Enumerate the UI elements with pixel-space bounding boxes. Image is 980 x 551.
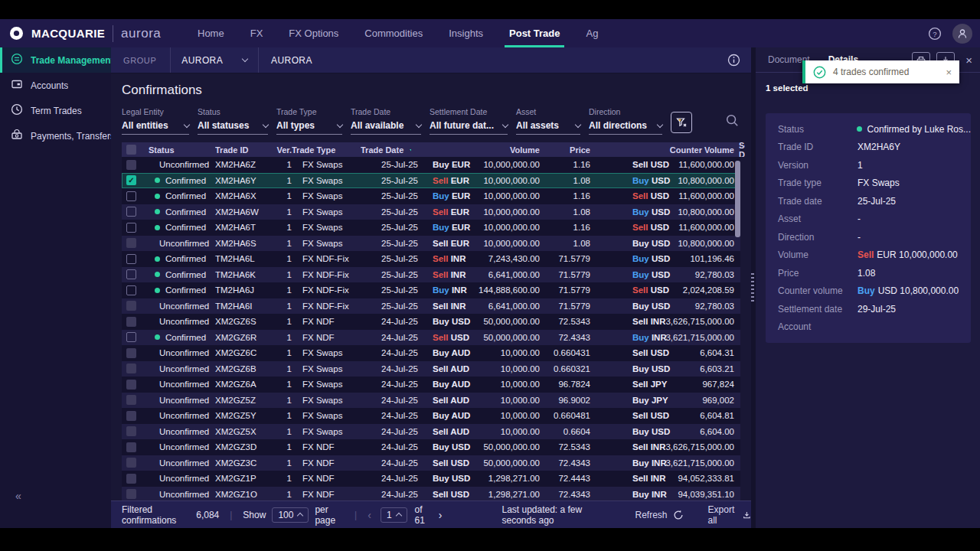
- table-row[interactable]: ConfirmedXM2HA6X1FX Swaps25-Jul-25Buy EU…: [122, 188, 740, 204]
- volume-cell: 10,000,000.00: [460, 223, 540, 232]
- nav-item-post-trade[interactable]: Post Trade: [509, 19, 560, 47]
- nav-item-home[interactable]: Home: [198, 19, 224, 47]
- counter-volume-cell: 94,039,351.10: [650, 490, 734, 499]
- row-checkbox[interactable]: [126, 269, 136, 279]
- filter-select[interactable]: All statuses: [198, 120, 268, 131]
- table-row[interactable]: UnconfirmedXM2GZ5X1FX Swaps24-Jul-25Sell…: [122, 424, 740, 440]
- table-row[interactable]: ConfirmedTM2HA6K1FX NDF-Fix25-Jul-25Sell…: [122, 267, 740, 283]
- filter-select[interactable]: All available: [351, 120, 421, 131]
- table-row[interactable]: UnconfirmedXM2GZ5Y1FX Swaps24-Jul-25Buy …: [122, 408, 740, 424]
- trade-type-cell: FX NDF-Fix: [292, 254, 361, 263]
- table-row[interactable]: UnconfirmedXM2GZ1P1FX NDF24-Jul-25Buy US…: [122, 471, 740, 487]
- filter-select[interactable]: All assets: [516, 120, 580, 131]
- table-row[interactable]: ConfirmedTM2HA6L1FX NDF-Fix25-Jul-25Sell…: [122, 251, 740, 267]
- table-row[interactable]: ConfirmedXM2HA6T1FX Swaps25-Jul-25Buy EU…: [122, 220, 740, 236]
- filter-select[interactable]: All entities: [122, 120, 189, 131]
- version-cell: 1: [276, 490, 292, 499]
- drag-handle-icon[interactable]: [750, 273, 754, 304]
- page-number-value: 1: [387, 510, 392, 520]
- row-checkbox[interactable]: [126, 207, 136, 217]
- help-icon[interactable]: ?: [928, 27, 942, 41]
- detail-label: Trade ID: [766, 142, 858, 152]
- table-row[interactable]: UnconfirmedXM2GZ5Z1FX Swaps24-Jul-25Sell…: [122, 393, 740, 409]
- select-all-checkbox[interactable]: [122, 145, 143, 155]
- panel-close-icon[interactable]: ×: [965, 54, 972, 67]
- price-cell: 1.16: [540, 223, 590, 232]
- row-checkbox-cell: [122, 364, 143, 373]
- brand-divider: [113, 25, 113, 42]
- row-checkbox[interactable]: ✓: [126, 175, 136, 185]
- filter-select[interactable]: All directions: [589, 120, 662, 131]
- refresh-button[interactable]: Refresh: [635, 510, 684, 520]
- export-all-button[interactable]: Export all: [708, 504, 751, 526]
- user-avatar[interactable]: [952, 24, 972, 44]
- detail-row-status: StatusConfirmed by Luke Ros...: [766, 120, 971, 139]
- sidebar-collapse-button[interactable]: «: [15, 490, 21, 502]
- sidebar-item-payments-transfers[interactable]: Payments, Transfers & ...: [0, 123, 111, 148]
- price-cell: 71.5779: [540, 285, 590, 295]
- table-row[interactable]: ✓ConfirmedXM2HA6Y1FX Swaps25-Jul-25Sell …: [122, 173, 740, 189]
- trade-date-cell: 25-Jul-25: [361, 191, 411, 201]
- sidebar-item-accounts[interactable]: Accounts: [0, 73, 111, 98]
- next-page-button[interactable]: ›: [439, 509, 443, 521]
- table-row[interactable]: ConfirmedTM2HA6J1FX NDF-Fix25-Jul-25Buy …: [122, 282, 740, 298]
- direction-cell: Sell AUD: [411, 396, 460, 405]
- detail-text: 25-Jul-25: [858, 196, 896, 207]
- table-row[interactable]: UnconfirmedXM2HA6Z1FX Swaps25-Jul-25Buy …: [122, 157, 740, 173]
- status-text: Unconfirmed: [159, 380, 209, 389]
- price-cell: 0.660431: [540, 348, 590, 357]
- status-dot: [155, 225, 160, 230]
- nav-item-ag[interactable]: Ag: [586, 19, 598, 47]
- search-icon[interactable]: [725, 113, 739, 130]
- filter-label: Legal Entity: [122, 107, 189, 116]
- row-checkbox[interactable]: [126, 285, 136, 295]
- counter-direction-cell: Buy USD: [590, 254, 650, 263]
- info-icon[interactable]: [727, 54, 740, 70]
- filter-value: All entities: [122, 120, 168, 131]
- table-row[interactable]: UnconfirmedXM2GZ3D1FX NDF24-Jul-25Buy US…: [122, 439, 740, 455]
- page-size-select[interactable]: 100: [272, 507, 309, 523]
- direction-value: Sell: [433, 302, 448, 311]
- table-row[interactable]: ConfirmedXM2GZ6R1FX NDF24-Jul-25Sell USD…: [122, 330, 740, 346]
- sidebar-item-term-trades[interactable]: Term Trades: [0, 98, 111, 123]
- detail-value: XM2HA6Y: [858, 142, 900, 152]
- table-row[interactable]: UnconfirmedXM2GZ6S1FX NDF24-Jul-25Buy US…: [122, 314, 740, 330]
- table-row[interactable]: UnconfirmedXM2GZ6C1FX Swaps24-Jul-25Buy …: [122, 345, 740, 361]
- clear-filters-button[interactable]: [671, 112, 692, 133]
- row-checkbox[interactable]: [126, 191, 136, 201]
- status-dot: [857, 126, 862, 132]
- toast-close-icon[interactable]: ×: [946, 67, 952, 78]
- row-checkbox[interactable]: [126, 332, 136, 342]
- trade-type-cell: FX NDF: [292, 458, 361, 468]
- filter-select[interactable]: All types: [276, 120, 342, 131]
- row-checkbox[interactable]: [126, 254, 136, 264]
- detail-label: Settlement date: [766, 304, 858, 315]
- row-checkbox[interactable]: [126, 223, 136, 233]
- counter-direction-value: Buy: [632, 396, 649, 405]
- page-number-select[interactable]: 1: [381, 507, 407, 523]
- table-row[interactable]: UnconfirmedXM2HA6S1FX Swaps25-Jul-25Sell…: [122, 236, 740, 252]
- table-row[interactable]: UnconfirmedTM2HA6I1FX NDF-Fix25-Jul-25Se…: [122, 298, 740, 315]
- table-row[interactable]: UnconfirmedXM2GZ6A1FX Swaps24-Jul-25Buy …: [122, 377, 740, 393]
- counter-direction-cell: Buy INR: [590, 490, 650, 499]
- filter-select[interactable]: All future dat...: [430, 120, 508, 131]
- sidebar-item-trade-management[interactable]: Trade Management: [0, 47, 111, 73]
- table-row[interactable]: ConfirmedXM2HA6W1FX Swaps25-Jul-25Sell E…: [122, 204, 740, 220]
- sort-desc-icon[interactable]: [410, 149, 411, 153]
- table-row[interactable]: UnconfirmedXM2GZ3C1FX NDF24-Jul-25Sell U…: [122, 455, 740, 471]
- previous-page-button[interactable]: ‹: [368, 509, 371, 521]
- vertical-scrollbar[interactable]: [735, 161, 740, 237]
- trade-id-cell: XM2HA6Z: [215, 160, 276, 169]
- column-header: Trade ID: [215, 145, 276, 155]
- group-select[interactable]: AURORA: [170, 47, 259, 73]
- nav-item-fx-options[interactable]: FX Options: [289, 19, 338, 47]
- nav-item-commodities[interactable]: Commodities: [364, 19, 423, 47]
- nav-item-fx[interactable]: FX: [250, 19, 263, 47]
- nav-item-insights[interactable]: Insights: [449, 19, 483, 47]
- trade-id-cell: XM2HA6X: [215, 191, 276, 201]
- table-row[interactable]: UnconfirmedXM2GZ1O1FX NDF24-Jul-25Sell U…: [122, 487, 740, 503]
- table-row[interactable]: UnconfirmedXM2GZ6B1FX Swaps24-Jul-25Sell…: [122, 361, 740, 377]
- status-cell: Unconfirmed: [143, 239, 215, 248]
- export-all-label: Export all: [708, 504, 738, 526]
- row-checkbox-cell: [122, 285, 143, 295]
